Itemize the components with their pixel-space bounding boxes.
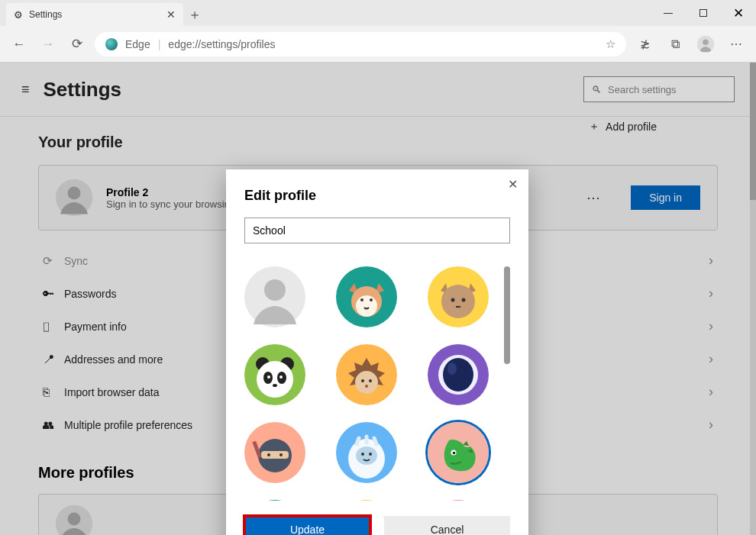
edit-profile-dialog: ✕ Edit profile Update Cancel <box>226 169 528 535</box>
chevron-right-icon: › <box>709 351 713 367</box>
svg-point-48 <box>453 452 456 455</box>
menu-icon[interactable]: ≡ <box>21 82 30 98</box>
your-profile-heading: Your profile <box>38 134 718 151</box>
favorite-icon[interactable]: ☆ <box>606 37 615 51</box>
svg-point-27 <box>355 371 378 394</box>
svg-point-28 <box>361 379 364 382</box>
svg-point-3 <box>68 187 81 200</box>
avatar-avatar-10[interactable] <box>244 500 305 501</box>
refresh-button[interactable]: ⟳ <box>66 33 89 56</box>
avatar-fox[interactable] <box>336 266 397 327</box>
row-label: Import browser data <box>64 386 160 398</box>
pin-icon: 📍︎ <box>43 353 64 366</box>
avatar-hedgehog[interactable] <box>336 344 397 405</box>
collections-button[interactable]: ⧉ <box>663 32 687 56</box>
svg-point-33 <box>443 358 473 392</box>
close-tab-icon[interactable]: ✕ <box>166 8 176 21</box>
forward-button: → <box>37 33 60 56</box>
browser-tab[interactable]: ⚙ Settings ✕ <box>6 3 183 26</box>
cancel-button[interactable]: Cancel <box>384 516 510 535</box>
profile-button[interactable] <box>693 32 718 56</box>
avatar-astronaut[interactable] <box>428 344 489 405</box>
svg-point-38 <box>267 453 270 456</box>
url-text: edge://settings/profiles <box>168 38 275 50</box>
svg-point-53 <box>428 500 489 501</box>
svg-point-49 <box>244 500 305 501</box>
avatar-scrollbar[interactable] <box>504 266 510 364</box>
avatar-yeti[interactable] <box>336 422 397 483</box>
plus-icon: ＋ <box>589 120 599 134</box>
profile-name-input[interactable] <box>244 218 510 243</box>
profile-avatar <box>56 179 92 216</box>
url-field[interactable]: Edge | edge://settings/profiles ☆ <box>95 32 626 56</box>
avatar-avatar-12[interactable] <box>428 500 489 501</box>
avatar-cat[interactable] <box>428 266 489 327</box>
profile-more-button[interactable]: ⋯ <box>586 189 602 206</box>
svg-point-12 <box>370 298 373 301</box>
avatar-avatar-11[interactable] <box>336 500 397 501</box>
svg-point-23 <box>267 375 270 379</box>
row-label: Multiple profile preferences <box>64 419 192 431</box>
titlebar: ⚙ Settings ✕ ＋ ✕ <box>0 0 756 26</box>
avatar-panda[interactable] <box>244 344 305 405</box>
sync-icon: ⟳ <box>43 254 64 268</box>
svg-point-15 <box>451 298 455 302</box>
svg-point-20 <box>257 361 293 398</box>
svg-point-24 <box>279 375 283 379</box>
close-dialog-icon[interactable]: ✕ <box>508 177 518 192</box>
search-placeholder: Search settings <box>608 84 677 95</box>
dialog-title: Edit profile <box>244 188 510 204</box>
avatar-default-person[interactable] <box>244 266 305 327</box>
new-tab-button[interactable]: ＋ <box>183 3 206 26</box>
settings-page: ≡ Settings 🔍︎ Search settings Your profi… <box>0 63 756 535</box>
row-label: Passwords <box>64 288 116 300</box>
avatar-ninja[interactable] <box>244 422 305 483</box>
browser-label: Edge <box>125 38 150 50</box>
edge-icon <box>105 38 118 50</box>
chevron-right-icon: › <box>709 384 713 400</box>
svg-point-51 <box>336 500 397 501</box>
sign-in-button[interactable]: Sign in <box>631 185 700 210</box>
update-button[interactable]: Update <box>244 516 370 535</box>
favorites-button[interactable]: ≵ <box>632 32 657 56</box>
svg-point-29 <box>369 379 372 382</box>
gear-icon: ⚙ <box>14 9 23 21</box>
avatar-grid <box>244 266 496 501</box>
search-icon: 🔍︎ <box>592 84 602 95</box>
svg-point-14 <box>441 285 475 318</box>
chevron-right-icon: › <box>709 253 713 269</box>
svg-point-44 <box>361 453 364 456</box>
more-button[interactable]: ⋯ <box>724 32 748 56</box>
chevron-right-icon: › <box>709 318 713 334</box>
window-close-button[interactable]: ✕ <box>721 0 756 26</box>
svg-point-43 <box>356 446 377 465</box>
svg-point-34 <box>447 363 457 375</box>
address-bar: ← → ⟳ Edge | edge://settings/profiles ☆ … <box>0 26 756 63</box>
add-profile-button[interactable]: ＋ Add profile <box>589 120 657 134</box>
search-settings-input[interactable]: 🔍︎ Search settings <box>583 76 735 102</box>
chevron-right-icon: › <box>709 417 713 433</box>
settings-header: ≡ Settings 🔍︎ Search settings <box>0 63 756 117</box>
svg-rect-37 <box>261 451 289 459</box>
back-button[interactable]: ← <box>8 33 31 56</box>
import-icon: ⎘ <box>43 385 64 398</box>
row-label: Payment info <box>64 321 127 333</box>
more-profile-avatar <box>56 505 92 535</box>
chevron-right-icon: › <box>709 285 713 301</box>
svg-point-1 <box>703 39 709 45</box>
svg-point-10 <box>356 295 377 317</box>
tab-title: Settings <box>29 9 62 20</box>
svg-point-39 <box>279 453 283 456</box>
svg-point-5 <box>68 513 81 526</box>
window-minimize-button[interactable] <box>651 0 686 26</box>
card-icon: ⌷ <box>43 320 64 333</box>
page-title: Settings <box>44 78 122 102</box>
key-icon: 🔑︎ <box>43 287 64 300</box>
row-label: Sync <box>64 255 88 267</box>
avatar-dinosaur[interactable] <box>428 422 489 483</box>
row-label: Addresses and more <box>64 353 163 366</box>
window-maximize-button[interactable] <box>686 0 721 26</box>
svg-point-30 <box>365 385 368 388</box>
svg-point-25 <box>273 384 277 387</box>
people-icon: 👥︎ <box>43 418 64 431</box>
